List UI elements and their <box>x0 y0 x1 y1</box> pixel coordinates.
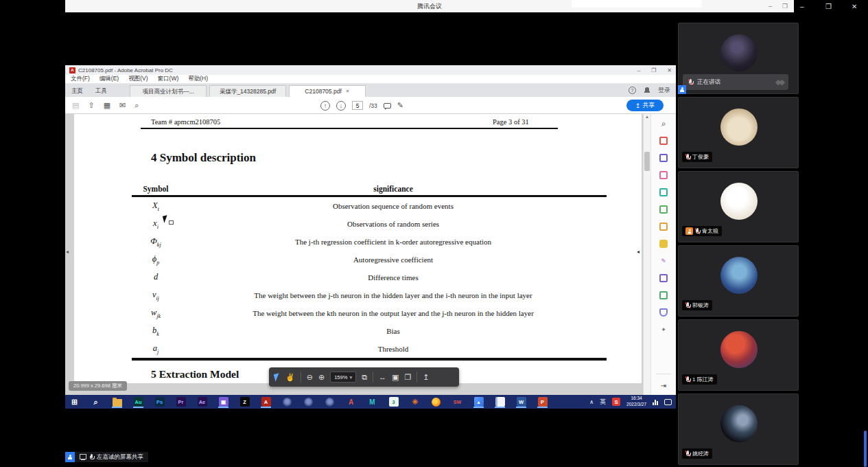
outer-close-icon[interactable]: ✕ <box>852 3 857 10</box>
document-app-icon[interactable] <box>495 396 505 408</box>
next-page-button[interactable]: ↓ <box>336 101 346 111</box>
certificates-icon[interactable] <box>659 274 668 282</box>
after-effects-icon[interactable]: Ae <box>197 396 207 408</box>
powerpoint-icon[interactable]: P <box>537 396 548 408</box>
menu-edit[interactable]: 编辑(E) <box>99 75 119 83</box>
menu-window[interactable]: 窗口(W) <box>158 75 179 83</box>
autocad-icon[interactable]: A <box>346 396 356 408</box>
collapse-right-icon[interactable]: ◂ <box>637 249 640 255</box>
fullscreen-icon[interactable]: ❐ <box>404 373 411 382</box>
tab-tools[interactable]: 工具 <box>89 84 113 97</box>
zoom-in-icon[interactable]: ⊕ <box>318 373 325 382</box>
menu-help[interactable]: 帮助(H) <box>188 75 208 83</box>
panel-expand-icon[interactable]: ⇥ <box>651 382 676 389</box>
ime-indicator[interactable]: 英 <box>600 398 606 407</box>
notifications-bell-icon[interactable] <box>644 87 650 93</box>
create-pdf-icon[interactable] <box>659 154 668 162</box>
upload-icon[interactable]: ↥ <box>423 373 429 382</box>
sogou-ime-icon[interactable]: S <box>612 398 620 406</box>
page-number-input[interactable]: 5 <box>352 101 363 110</box>
login-link[interactable]: 登录 <box>658 86 670 95</box>
help-icon[interactable]: ? <box>629 87 636 94</box>
action-center-icon[interactable] <box>664 399 672 405</box>
acrobat-minimize-icon[interactable]: – <box>637 67 640 73</box>
participant-tile-host[interactable]: 青太狼 <box>678 171 799 242</box>
share-button[interactable]: ↥ 共享 <box>626 100 664 111</box>
doc-tab-2[interactable]: 采煤学_14328285.pdf <box>209 85 286 97</box>
zoom-level-select[interactable]: 159% ▾ <box>330 372 356 383</box>
comment-tool-icon[interactable] <box>659 240 668 248</box>
print-production-icon[interactable] <box>659 291 668 299</box>
menu-view[interactable]: 视图(V) <box>128 75 148 83</box>
search-icon[interactable]: ⌕ <box>134 101 139 110</box>
copy-page-icon[interactable]: ⧉ <box>362 373 367 382</box>
scroll-up-icon[interactable]: ▴ <box>646 114 648 119</box>
cloud-upload-icon[interactable]: ⇧ <box>88 101 94 110</box>
fit-width-icon[interactable]: ↔ <box>379 373 386 381</box>
start-button[interactable]: ⊞ <box>69 396 80 408</box>
find-tool-icon[interactable]: ⌕ <box>659 119 668 128</box>
solidworks-icon[interactable]: SW <box>452 396 462 408</box>
participant-tile[interactable]: 郭银涛 <box>678 245 799 317</box>
vertical-scrollbar[interactable]: ▴ <box>643 114 650 395</box>
select-tool-icon[interactable] <box>274 373 281 382</box>
maximize-icon[interactable]: ❐ <box>782 3 788 10</box>
hand-tool-icon[interactable]: ✌ <box>285 373 295 382</box>
zoom-out-icon[interactable]: ⊖ <box>307 373 313 382</box>
participant-tile[interactable]: 丁俊豪 <box>678 97 799 168</box>
participant-nametag: 1 陈江涛 <box>682 374 717 385</box>
word-icon[interactable]: W <box>516 396 526 408</box>
participant-tile[interactable]: 1 陈江涛 <box>678 319 799 391</box>
matlab-icon[interactable]: ✳ <box>410 396 420 408</box>
tab-home[interactable]: 主页 <box>65 84 89 97</box>
app3-icon[interactable]: 3 <box>388 396 399 408</box>
fit-page-icon[interactable]: ▣ <box>392 373 399 382</box>
app-circle-icon[interactable] <box>303 396 314 408</box>
pencil-icon[interactable]: ✎ <box>397 101 403 110</box>
premiere-icon[interactable]: Pr <box>176 396 186 408</box>
acrobat-maximize-icon[interactable]: ❐ <box>651 67 656 73</box>
participant-tile-speaking[interactable]: 正在讲话 ◆◆ <box>678 23 799 94</box>
design-app-icon[interactable]: ▣ <box>218 396 228 408</box>
acrobat-taskbar-icon[interactable]: A <box>261 396 271 408</box>
taskbar-search-icon[interactable]: ⌕ <box>91 396 101 408</box>
capcut-icon[interactable]: Z <box>239 396 250 408</box>
meeting-app-icon[interactable]: ▲ <box>473 396 484 408</box>
protect-icon[interactable] <box>659 308 668 317</box>
more-tools-icon[interactable]: ✦ <box>659 326 668 334</box>
export-pdf-icon[interactable] <box>659 137 668 145</box>
save-icon[interactable]: ▤ <box>72 101 79 110</box>
print-icon[interactable]: ▦ <box>104 101 110 110</box>
comment-icon[interactable] <box>384 103 391 109</box>
doc-tab-active[interactable]: C2108705.pdf✕ <box>289 85 366 97</box>
photoshop-icon[interactable]: Ps <box>154 396 165 408</box>
firefox-icon[interactable] <box>431 396 441 408</box>
sidebar-scrollbar[interactable] <box>864 431 867 467</box>
app-circle-icon[interactable] <box>325 396 335 408</box>
tray-time: 16:34 <box>626 396 646 402</box>
send-file-icon[interactable] <box>659 188 668 196</box>
menu-file[interactable]: 文件(F) <box>71 75 90 83</box>
network-status-icon[interactable] <box>653 399 658 405</box>
tray-clock[interactable]: 16:34 2022/3/27 <box>626 396 646 408</box>
mail-icon[interactable]: ✉ <box>119 101 126 110</box>
tray-expand-icon[interactable]: ∧ <box>589 399 594 405</box>
outer-minimize-icon[interactable]: – <box>800 3 804 10</box>
minimize-icon[interactable]: – <box>769 3 772 10</box>
doc-tab-1[interactable]: 项目商业计划书—... <box>130 85 207 97</box>
app-circle-icon[interactable] <box>282 396 292 408</box>
edit-pdf-icon[interactable] <box>659 205 668 214</box>
mind-app-icon[interactable]: M <box>367 396 377 408</box>
participant-tile[interactable]: 姚经涛 <box>678 394 799 465</box>
file-explorer-icon[interactable] <box>112 396 122 408</box>
previous-page-button[interactable]: ↑ <box>320 101 330 111</box>
acrobat-close-icon[interactable]: ✕ <box>667 67 672 73</box>
fill-sign-icon[interactable]: ✎ <box>659 257 668 265</box>
audition-icon[interactable]: Au <box>133 396 143 408</box>
organize-pages-icon[interactable] <box>659 171 668 179</box>
tab-close-icon[interactable]: ✕ <box>346 86 350 97</box>
outer-maximize-icon[interactable]: ❐ <box>825 3 832 10</box>
compress-pdf-icon[interactable] <box>659 223 668 231</box>
scrollbar-thumb[interactable] <box>644 152 650 171</box>
collapse-left-icon[interactable]: ◂ <box>66 249 69 255</box>
